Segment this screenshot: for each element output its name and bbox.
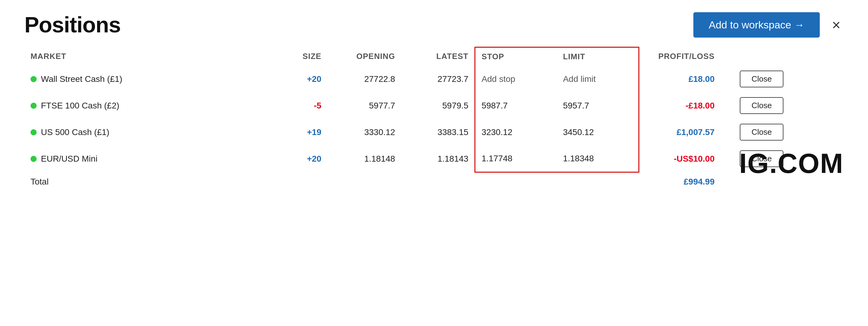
size-value: -5: [314, 101, 321, 110]
latest-cell: 5979.5: [401, 92, 475, 119]
pl-cell: £18.00: [639, 66, 720, 92]
pl-value: -£18.00: [686, 101, 715, 110]
col-header-spacer: [803, 47, 844, 66]
col-header-opening: OPENING: [328, 47, 401, 66]
add-stop-link[interactable]: Add stop: [482, 74, 515, 84]
total-spacer2: [328, 172, 401, 191]
total-value: £994.99: [639, 172, 720, 191]
col-header-stop: STOP: [475, 47, 557, 66]
action-cell: Close: [721, 66, 803, 92]
market-name: Wall Street Cash (£1): [41, 74, 122, 84]
col-header-size: SIZE: [270, 47, 328, 66]
limit-cell[interactable]: Add limit: [557, 66, 639, 92]
table-row: FTSE 100 Cash (£2) -5 5977.7 5979.5 5987…: [24, 92, 844, 119]
close-position-button[interactable]: Close: [740, 97, 783, 114]
latest-cell: 27723.7: [401, 66, 475, 92]
header-row: Positions Add to workspace → ×: [24, 12, 844, 37]
ig-logo: IG.COM: [739, 148, 844, 179]
pl-cell: £1,007.57: [639, 119, 720, 145]
close-button[interactable]: ×: [829, 18, 844, 32]
market-name: US 500 Cash (£1): [41, 127, 109, 137]
spacer-cell: [803, 92, 844, 119]
market-status-dot: [31, 76, 37, 82]
market-cell: Wall Street Cash (£1): [24, 66, 270, 92]
spacer-cell: [803, 119, 844, 145]
pl-value: -US$10.00: [674, 154, 715, 164]
pl-value: £1,007.57: [677, 127, 715, 137]
page-title: Positions: [24, 12, 121, 37]
stop-cell: 5987.7: [475, 92, 557, 119]
add-limit-link[interactable]: Add limit: [563, 74, 596, 84]
market-cell: FTSE 100 Cash (£2): [24, 92, 270, 119]
market-name: EUR/USD Mini: [41, 154, 97, 164]
col-header-pl: PROFIT/LOSS: [639, 47, 720, 66]
latest-cell: 3383.15: [401, 119, 475, 145]
pl-value: £18.00: [688, 74, 715, 84]
market-status-dot: [31, 156, 37, 162]
market-name: FTSE 100 Cash (£2): [41, 101, 119, 111]
header-actions: Add to workspace → ×: [693, 12, 844, 37]
opening-cell: 27722.8: [328, 66, 401, 92]
market-status-dot: [31, 103, 37, 109]
opening-cell: 3330.12: [328, 119, 401, 145]
total-spacer1: [270, 172, 328, 191]
size-cell: +19: [270, 119, 328, 145]
total-spacer3: [401, 172, 475, 191]
size-cell: -5: [270, 92, 328, 119]
stop-cell[interactable]: Add stop: [475, 66, 557, 92]
market-cell: US 500 Cash (£1): [24, 119, 270, 145]
size-cell: +20: [270, 145, 328, 172]
size-value: +20: [307, 74, 321, 84]
total-label: Total: [24, 172, 270, 191]
spacer-cell: [803, 66, 844, 92]
stop-cell: 3230.12: [475, 119, 557, 145]
positions-table: MARKET SIZE OPENING LATEST STOP LIMIT PR…: [24, 47, 844, 191]
pl-cell: -£18.00: [639, 92, 720, 119]
size-value: +19: [307, 127, 321, 137]
stop-cell: 1.17748: [475, 145, 557, 172]
market-status-dot: [31, 129, 37, 135]
table-header-row: MARKET SIZE OPENING LATEST STOP LIMIT PR…: [24, 47, 844, 66]
table-body: Wall Street Cash (£1) +20 27722.8 27723.…: [24, 66, 844, 191]
action-cell: Close: [721, 119, 803, 145]
close-position-button[interactable]: Close: [740, 70, 783, 87]
size-value: +20: [307, 154, 321, 164]
total-row: Total £994.99: [24, 172, 844, 191]
limit-cell: 3450.12: [557, 119, 639, 145]
latest-cell: 1.18143: [401, 145, 475, 172]
total-limit-spacer: [557, 172, 639, 191]
col-header-market: MARKET: [24, 47, 270, 66]
limit-cell: 1.18348: [557, 145, 639, 172]
col-header-latest: LATEST: [401, 47, 475, 66]
table-row: US 500 Cash (£1) +19 3330.12 3383.15 323…: [24, 119, 844, 145]
table-row: Wall Street Cash (£1) +20 27722.8 27723.…: [24, 66, 844, 92]
table-row: EUR/USD Mini +20 1.18148 1.18143 1.17748…: [24, 145, 844, 172]
total-stop-spacer: [475, 172, 557, 191]
col-header-limit: LIMIT: [557, 47, 639, 66]
size-cell: +20: [270, 66, 328, 92]
opening-cell: 1.18148: [328, 145, 401, 172]
col-header-action: [721, 47, 803, 66]
pl-cell: -US$10.00: [639, 145, 720, 172]
opening-cell: 5977.7: [328, 92, 401, 119]
page-container: Positions Add to workspace → × MARKET SI…: [0, 0, 868, 204]
action-cell: Close: [721, 92, 803, 119]
limit-cell: 5957.7: [557, 92, 639, 119]
add-workspace-button[interactable]: Add to workspace →: [693, 12, 820, 37]
market-cell: EUR/USD Mini: [24, 145, 270, 172]
close-position-button[interactable]: Close: [740, 124, 783, 141]
